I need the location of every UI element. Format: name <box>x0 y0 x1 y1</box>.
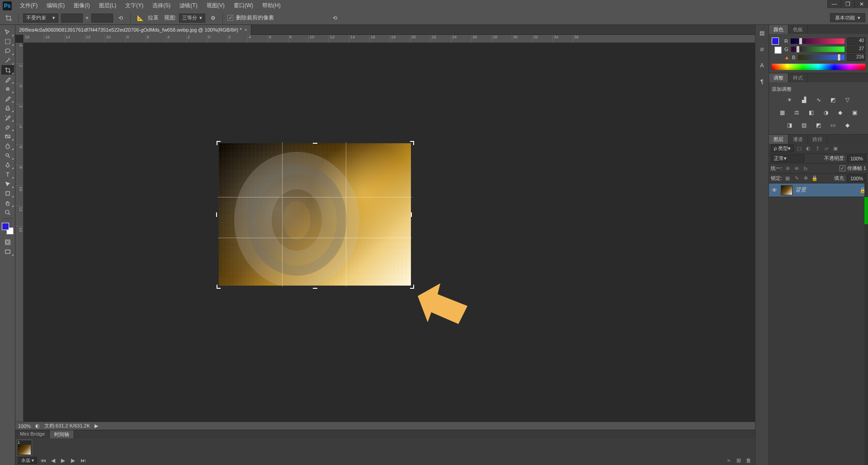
posterize-icon[interactable]: ▤ <box>800 121 809 130</box>
g-value[interactable]: 27 <box>847 46 865 53</box>
hue-icon[interactable]: ▦ <box>778 108 787 117</box>
close-button[interactable]: ✕ <box>854 0 868 8</box>
crop-width-input[interactable] <box>61 14 83 23</box>
layer-list[interactable]: 👁 背景 🔒 <box>769 183 868 465</box>
last-frame-button[interactable]: ⏭ <box>80 457 87 464</box>
balance-icon[interactable]: ⚖ <box>793 108 802 117</box>
propagate-checkbox[interactable]: ✓ <box>840 165 845 171</box>
g-slider[interactable] <box>791 47 844 52</box>
lock-trans-icon[interactable]: ▦ <box>784 175 791 182</box>
blur-tool[interactable] <box>1 141 14 150</box>
r-slider[interactable] <box>791 38 844 44</box>
lock-pos-icon[interactable]: ✥ <box>802 175 809 182</box>
invert-icon[interactable]: ◨ <box>785 121 794 130</box>
marquee-tool[interactable] <box>1 37 14 46</box>
lock-all-icon[interactable]: 🔒 <box>811 175 818 182</box>
brush-tool[interactable] <box>1 94 14 103</box>
crop-options-gear-icon[interactable]: ⚙ <box>208 13 218 23</box>
menu-filter[interactable]: 滤镜(T) <box>176 1 201 10</box>
aspect-preset-dropdown[interactable]: 不受约束▾ <box>23 14 58 23</box>
lock-paint-icon[interactable]: ✎ <box>793 175 800 182</box>
status-icon[interactable]: ◐ <box>35 423 40 429</box>
tween-button[interactable]: ≈ <box>725 457 732 464</box>
layer-name[interactable]: 背景 <box>795 186 806 194</box>
color-spectrum[interactable] <box>772 64 865 70</box>
menu-view[interactable]: 视图(V) <box>203 1 228 10</box>
channel-mixer-icon[interactable]: ◆ <box>836 108 845 117</box>
next-frame-button[interactable]: ▶ <box>70 457 77 464</box>
foreground-color[interactable] <box>2 223 9 230</box>
reset-crop-button[interactable]: ⟲ <box>330 13 340 23</box>
stamp-tool[interactable] <box>1 103 14 113</box>
clear-button[interactable]: ⟲ <box>116 13 126 23</box>
tab-mini-bridge[interactable]: Mini Bridge <box>15 430 50 438</box>
hand-tool[interactable] <box>1 198 14 207</box>
menu-select[interactable]: 选择(S) <box>149 1 174 10</box>
unify-pos-icon[interactable]: ⊕ <box>784 165 791 172</box>
pen-tool[interactable] <box>1 160 14 169</box>
type-tool[interactable] <box>1 169 14 179</box>
history-panel-icon[interactable]: ▤ <box>757 28 768 38</box>
delete-frame-button[interactable]: 🗑 <box>745 457 752 464</box>
tab-timeline[interactable]: 时间轴 <box>50 430 74 438</box>
path-select-tool[interactable] <box>1 179 14 188</box>
loop-dropdown[interactable]: 永远 ▾ <box>18 457 37 464</box>
opacity-input[interactable]: 100% <box>847 155 866 162</box>
photo-filter-icon[interactable]: ◑ <box>821 108 830 117</box>
tab-paths[interactable]: 路径 <box>808 135 827 144</box>
b-value[interactable]: 216 <box>847 54 865 61</box>
status-arrow-icon[interactable]: ▶ <box>94 423 98 429</box>
panel-color-swatch[interactable] <box>772 37 782 55</box>
unify-vis-icon[interactable]: 👁 <box>793 165 800 172</box>
crop-tool-icon[interactable] <box>4 13 14 23</box>
zoom-level[interactable]: 100% <box>18 423 31 429</box>
delete-cropped-checkbox[interactable]: ✓ <box>227 15 233 21</box>
eraser-tool[interactable] <box>1 122 14 132</box>
blend-mode-dropdown[interactable]: 正常 ▾ <box>771 155 804 162</box>
vibrance-icon[interactable]: ▽ <box>843 95 852 104</box>
fill-input[interactable]: 100% <box>847 174 866 182</box>
menu-file[interactable]: 文件(F) <box>16 1 41 10</box>
new-frame-button[interactable]: ⊞ <box>735 457 742 464</box>
bw-icon[interactable]: ◧ <box>807 108 816 117</box>
b-slider[interactable] <box>798 55 844 60</box>
scrollbar[interactable] <box>864 183 868 465</box>
menu-layer[interactable]: 图层(L) <box>95 1 120 10</box>
brightness-icon[interactable]: ☀ <box>785 95 794 104</box>
visibility-toggle[interactable]: 👁 <box>771 187 778 194</box>
eyedropper-tool[interactable] <box>1 75 14 84</box>
lookup-icon[interactable]: ▣ <box>850 108 859 117</box>
filter-shape-icon[interactable]: ▱ <box>823 145 830 152</box>
paragraph-panel-icon[interactable]: ¶ <box>757 76 768 87</box>
r-value[interactable]: 40 <box>847 38 865 45</box>
play-button[interactable]: ▶ <box>60 457 67 464</box>
properties-panel-icon[interactable]: ⎚ <box>757 44 768 55</box>
filter-type-icon[interactable]: T <box>814 145 821 152</box>
layer-filter-dropdown[interactable]: ρ 类型 ▾ <box>771 145 794 152</box>
tab-swatches[interactable]: 色板 <box>788 25 808 34</box>
tab-layers[interactable]: 图层 <box>769 135 788 144</box>
filter-adj-icon[interactable]: ◐ <box>805 145 812 152</box>
history-brush-tool[interactable] <box>1 113 14 122</box>
maximize-button[interactable]: ❐ <box>841 0 854 8</box>
overlay-view-dropdown[interactable]: 三等分▾ <box>179 14 205 23</box>
tab-channels[interactable]: 通道 <box>788 135 808 144</box>
menu-edit[interactable]: 编辑(E) <box>43 1 68 10</box>
menu-help[interactable]: 帮助(H) <box>259 1 284 10</box>
exposure-icon[interactable]: ◩ <box>829 95 838 104</box>
document-tab[interactable]: 26f9ea4c0a90609081391761df7f447351e522ed… <box>15 25 251 35</box>
first-frame-button[interactable]: ⏮ <box>40 457 47 464</box>
move-tool[interactable] <box>1 27 14 37</box>
close-tab-icon[interactable]: × <box>245 27 247 33</box>
color-swatches[interactable] <box>2 223 14 235</box>
menu-image[interactable]: 图像(I) <box>70 1 93 10</box>
filter-smart-icon[interactable]: ▣ <box>832 145 839 152</box>
timeline-frame[interactable]: 1 <box>17 440 32 456</box>
levels-icon[interactable]: ▟ <box>800 95 809 104</box>
menu-window[interactable]: 窗口(W) <box>230 1 257 10</box>
filter-pixel-icon[interactable]: ▢ <box>796 145 803 152</box>
unify-style-icon[interactable]: fx <box>802 165 809 172</box>
canvas-area[interactable]: 1816141210864202468101214161820222426283… <box>15 35 755 465</box>
shape-tool[interactable] <box>1 188 14 198</box>
curves-icon[interactable]: ∿ <box>814 95 823 104</box>
